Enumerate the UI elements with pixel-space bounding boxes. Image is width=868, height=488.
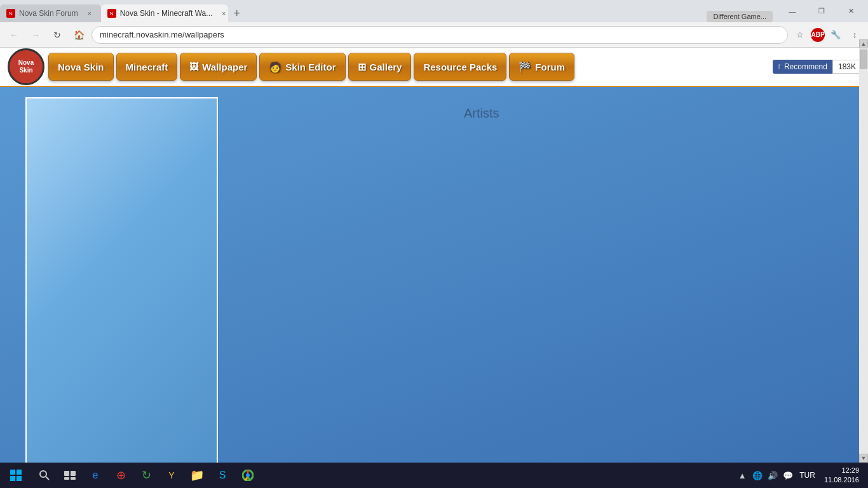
nav-label-skin-editor: Skin Editor (285, 62, 336, 72)
wallpaper-nav-icon: 🖼 (189, 62, 198, 72)
maximize-button[interactable]: ❐ (807, 0, 836, 22)
svg-point-4 (40, 471, 46, 477)
taskbar-search-icon[interactable] (32, 463, 57, 488)
nav-label-gallery: Gallery (370, 62, 402, 72)
artists-title: Artists (464, 106, 499, 121)
artists-section: Artists (445, 93, 519, 133)
logo-wrap[interactable]: NovaSkin (6, 47, 46, 86)
close-button[interactable]: ✕ (836, 0, 865, 22)
taskbar-icon3[interactable]: Y (159, 463, 184, 488)
taskbar-right: ▲ 🌐 🔊 💬 TUR 12:29 11.08.2016 (731, 466, 868, 485)
svg-line-5 (46, 477, 49, 480)
tabs-area: N Nova Skin Forum × N Nova Skin - Minecr… (0, 4, 775, 22)
svg-rect-1 (17, 470, 22, 475)
wallpaper-panel (25, 97, 218, 488)
scroll-arrow-up[interactable]: ▲ (859, 39, 868, 48)
tab-favicon-novaskin: N (107, 9, 116, 18)
svg-rect-7 (71, 471, 76, 476)
svg-rect-2 (10, 476, 15, 481)
nav-item-minecraft[interactable]: Minecraft (116, 53, 178, 81)
logo-circle: NovaSkin (8, 48, 44, 85)
chrome-frame: N Nova Skin Forum × N Nova Skin - Minecr… (0, 0, 868, 488)
nav-item-gallery[interactable]: ⊞ Gallery (348, 53, 412, 81)
fb-recommend-btn[interactable]: f Recommend (773, 60, 832, 74)
nav-label-novaskin: Nova Skin (58, 62, 104, 72)
fb-count: 183K (832, 60, 862, 74)
nav-item-resource-packs[interactable]: Resource Packs (414, 53, 506, 81)
title-bar: N Nova Skin Forum × N Nova Skin - Minecr… (0, 0, 868, 22)
tab-favicon-forum: N (6, 9, 15, 18)
svg-rect-3 (17, 476, 22, 481)
bookmark-icon[interactable]: ☆ (792, 27, 808, 43)
tab-forum[interactable]: N Nova Skin Forum × (0, 4, 101, 22)
nav-item-skin-editor[interactable]: 🧑 Skin Editor (259, 53, 345, 81)
windows-logo-icon (10, 469, 22, 482)
back-button[interactable]: ← (5, 26, 23, 44)
tray-chat-icon[interactable]: 💬 (782, 469, 794, 482)
address-input[interactable] (92, 26, 788, 44)
tab-close-forum[interactable]: × (85, 8, 95, 18)
taskbar-chrome-icon[interactable] (235, 463, 261, 488)
extension-button[interactable]: Different Game... (707, 11, 773, 22)
home-button[interactable]: 🏠 (70, 26, 88, 44)
clock-area[interactable]: 12:29 11.08.2016 (820, 466, 863, 485)
taskbar-explorer-icon[interactable]: 📁 (184, 463, 210, 488)
start-button[interactable] (0, 463, 32, 488)
forum-icon: 🏁 (519, 61, 531, 73)
window-controls: — ❐ ✕ (775, 0, 868, 22)
svg-rect-8 (64, 477, 69, 480)
clock-date: 11.08.2016 (824, 475, 859, 485)
extension-icon1[interactable]: 🔧 (827, 27, 844, 43)
taskbar-edge-icon[interactable]: e (83, 463, 108, 488)
minimize-button[interactable]: — (778, 0, 807, 22)
tray-network-icon[interactable]: 🌐 (751, 469, 764, 482)
scrollbar-right: ▲ ▼ (859, 39, 868, 463)
adblock-icon[interactable]: ABP (811, 28, 825, 42)
fb-recommend-label: Recommend (784, 62, 827, 71)
language-button[interactable]: TUR (797, 471, 818, 480)
tray-volume-icon[interactable]: 🔊 (766, 469, 779, 482)
taskbar-icon2[interactable]: ↻ (133, 463, 159, 488)
tab-close-novaskin[interactable]: × (219, 8, 227, 18)
clock-time: 12:29 (841, 466, 859, 475)
scroll-track (859, 48, 868, 454)
skin-editor-icon: 🧑 (269, 61, 281, 73)
new-tab-button[interactable]: + (228, 4, 246, 22)
forward-button[interactable]: → (27, 26, 44, 44)
svg-rect-0 (10, 470, 15, 475)
taskbar-icon1[interactable]: ⊕ (108, 463, 133, 488)
tab-novaskin[interactable]: N Nova Skin - Minecraft Wa... × (101, 4, 228, 22)
logo-text: NovaSkin (18, 59, 34, 74)
browser-content: NovaSkin Nova Skin Minecraft 🖼 Wallpaper… (0, 48, 868, 488)
page-main: Artists (0, 87, 868, 488)
tab-label-novaskin: Nova Skin - Minecraft Wa... (120, 9, 213, 18)
tab-label-forum: Nova Skin Forum (19, 9, 78, 18)
scroll-thumb[interactable] (860, 50, 867, 69)
nav-item-forum[interactable]: 🏁 Forum (509, 53, 574, 81)
nav-label-wallpaper: Wallpaper (202, 62, 247, 72)
tray-chevron[interactable]: ▲ (736, 469, 749, 482)
taskbar: e ⊕ ↻ Y 📁 S ▲ 🌐 🔊 💬 TUR 12:29 11.08.2016 (0, 463, 868, 488)
site-nav: NovaSkin Nova Skin Minecraft 🖼 Wallpaper… (0, 48, 868, 87)
nav-item-wallpaper[interactable]: 🖼 Wallpaper (180, 53, 257, 81)
scroll-arrow-down[interactable]: ▼ (859, 454, 868, 463)
address-icons: ☆ ABP 🔧 ↕ (792, 27, 863, 43)
svg-rect-6 (64, 471, 69, 476)
svg-point-11 (246, 473, 250, 477)
svg-rect-9 (71, 477, 76, 480)
taskbar-task-view-icon[interactable] (57, 463, 83, 488)
gallery-icon: ⊞ (358, 61, 366, 73)
address-bar-area: ← → ↻ 🏠 ☆ ABP 🔧 ↕ (0, 22, 868, 48)
nav-item-novaskin[interactable]: Nova Skin (48, 53, 114, 81)
refresh-button[interactable]: ↻ (48, 26, 66, 44)
nav-label-forum: Forum (535, 62, 565, 72)
nav-label-minecraft: Minecraft (126, 62, 168, 72)
taskbar-skype-icon[interactable]: S (210, 463, 235, 488)
nav-label-resource-packs: Resource Packs (423, 62, 497, 72)
fb-recommend[interactable]: f Recommend 183K (773, 60, 862, 74)
